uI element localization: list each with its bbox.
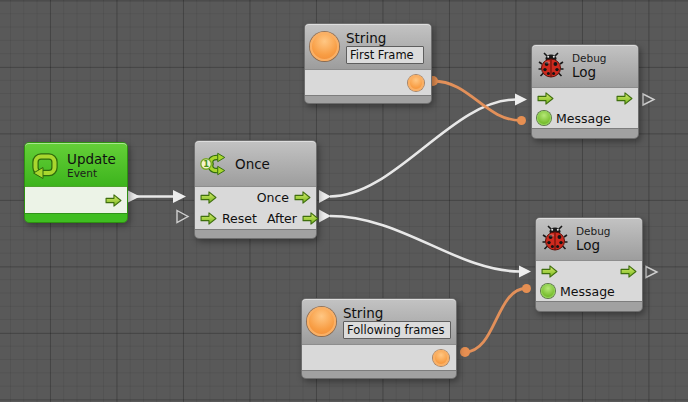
unconnected-port-debuglog-top-exit[interactable] xyxy=(643,94,654,105)
message-input-port[interactable] xyxy=(541,284,555,298)
string-type-icon xyxy=(310,32,339,61)
node-string-first-frame[interactable]: String xyxy=(304,23,432,104)
wire-string-followingframes-to-message[interactable] xyxy=(460,284,531,357)
node-title: Once xyxy=(235,156,270,172)
node-once[interactable]: 1 Once Once Reset After xyxy=(194,140,317,239)
unconnected-port-once-reset[interactable] xyxy=(177,211,188,223)
node-title: String xyxy=(343,305,451,321)
flow-input-port[interactable] xyxy=(537,92,554,105)
wire-once-to-debuglog-top[interactable] xyxy=(319,94,527,204)
port-label-message: Message xyxy=(556,111,611,126)
once-icon: 1 xyxy=(200,150,228,178)
update-loop-icon xyxy=(30,150,60,180)
unconnected-port-debuglog-bottom-exit[interactable] xyxy=(646,267,657,278)
string-type-icon xyxy=(307,307,336,336)
flow-input-port[interactable] xyxy=(541,265,558,278)
wire-update-to-once[interactable] xyxy=(127,190,186,203)
string-output-port[interactable] xyxy=(433,350,449,366)
ladybug-debug-icon xyxy=(541,225,569,253)
port-label-reset: Reset xyxy=(222,211,257,226)
node-type-label: Event xyxy=(67,167,116,179)
port-label-once: Once xyxy=(257,190,289,205)
flow-output-port-once[interactable] xyxy=(294,191,311,204)
node-namespace: Debug xyxy=(576,225,611,237)
node-title: Log xyxy=(572,64,607,80)
wire-after-to-debuglog-bottom[interactable] xyxy=(319,210,531,278)
flow-output-port[interactable] xyxy=(616,92,633,105)
node-string-following-frames[interactable]: String xyxy=(301,298,457,379)
node-namespace: Debug xyxy=(572,52,607,64)
flow-input-port[interactable] xyxy=(200,191,217,204)
graph-canvas[interactable]: Update Event 1 Once xyxy=(0,0,688,402)
node-debug-log-bottom[interactable]: Debug Log Message xyxy=(535,217,643,312)
string-value-field[interactable] xyxy=(346,46,424,64)
message-input-port[interactable] xyxy=(537,111,551,125)
node-title: Log xyxy=(576,237,611,253)
node-update-event[interactable]: Update Event xyxy=(24,142,128,223)
flow-input-port-reset[interactable] xyxy=(200,212,217,225)
string-output-port[interactable] xyxy=(408,75,424,91)
port-label-message: Message xyxy=(560,284,615,299)
node-title: String xyxy=(346,30,424,46)
string-value-field[interactable] xyxy=(343,321,451,339)
flow-output-port-after[interactable] xyxy=(302,212,319,225)
flow-output-port[interactable] xyxy=(105,194,122,207)
node-debug-log-top[interactable]: Debug Log Message xyxy=(531,44,639,139)
once-badge: 1 xyxy=(203,158,209,168)
node-title: Update xyxy=(67,151,116,167)
ladybug-debug-icon xyxy=(537,52,565,80)
flow-output-port[interactable] xyxy=(620,265,637,278)
port-label-after: After xyxy=(267,211,297,226)
